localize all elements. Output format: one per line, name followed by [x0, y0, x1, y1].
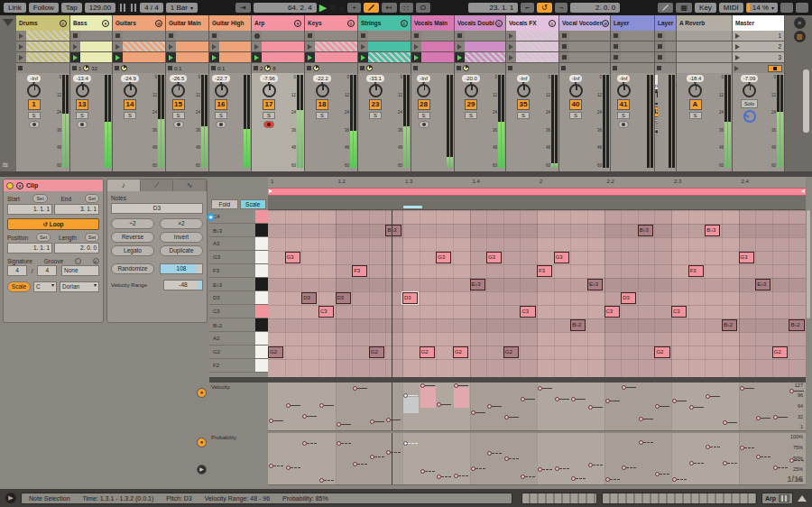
clip-launch-cell[interactable] — [411, 52, 421, 62]
session-scrollbar[interactable] — [803, 69, 809, 133]
set-length-button[interactable]: Set — [85, 233, 99, 242]
solo-button[interactable]: S — [569, 112, 582, 119]
key-row-B♭2[interactable]: B♭2 — [209, 318, 268, 332]
probability-marker[interactable] — [353, 462, 357, 466]
clip-slot[interactable] — [16, 31, 69, 41]
midi-note[interactable]: C3 — [671, 306, 687, 318]
midi-note[interactable]: G2 — [654, 346, 669, 358]
time-signature-field[interactable]: 4 / 4 — [140, 3, 163, 13]
tab-notes[interactable]: ♪ — [107, 180, 141, 191]
clip-launch-cell[interactable] — [16, 52, 26, 62]
scrub-area[interactable] — [268, 196, 806, 210]
probability-marker[interactable] — [504, 456, 509, 461]
track-activator-number[interactable]: 40 — [569, 99, 582, 110]
automation-reenable-button[interactable]: ⸬ — [400, 3, 413, 13]
beat-time-ruler[interactable]: 11.21.31.422.22.32.4 — [268, 177, 806, 188]
clip-slot[interactable] — [506, 41, 558, 52]
arm-button[interactable] — [29, 121, 40, 128]
solo-button[interactable]: S — [215, 112, 227, 119]
midi-note[interactable]: D3 — [402, 292, 418, 304]
clip-slot[interactable] — [411, 31, 454, 41]
clip-slot[interactable] — [559, 31, 610, 41]
expand-triangle-icon[interactable] — [3, 19, 14, 26]
velocity-marker[interactable] — [454, 383, 458, 388]
half-time-button[interactable]: ÷2 — [111, 218, 154, 229]
probability-marker[interactable] — [269, 464, 273, 468]
clip-launch-cell[interactable] — [559, 41, 569, 51]
clip-slot[interactable] — [611, 31, 654, 41]
clip-slot[interactable] — [166, 31, 208, 41]
scale-highlight-button[interactable]: Scale — [240, 199, 267, 209]
clip-slot[interactable] — [611, 41, 654, 52]
velocity-marker[interactable] — [773, 415, 778, 419]
midi-note[interactable]: E♭3 — [470, 279, 485, 290]
automation-arm-button[interactable]: O — [416, 3, 430, 13]
clip-slot[interactable] — [655, 31, 676, 41]
volume-value[interactable]: -Inf — [417, 75, 430, 82]
midi-note[interactable]: G3 — [436, 252, 451, 263]
track-header[interactable]: Vocals FX≡ — [506, 15, 558, 31]
probability-marker[interactable] — [706, 445, 710, 449]
clip-slot[interactable] — [70, 52, 112, 63]
clip-launch-cell[interactable] — [455, 52, 465, 62]
preview-volume-knob[interactable] — [743, 110, 756, 123]
velocity-marker[interactable] — [706, 394, 710, 399]
clip-slot[interactable] — [655, 41, 676, 52]
legato-button[interactable]: Legato — [111, 245, 154, 256]
key-row-A2[interactable]: A2 — [209, 332, 268, 346]
clip-slot[interactable] — [113, 31, 165, 41]
count-in-icon[interactable] — [129, 4, 137, 12]
duplicate-button[interactable]: Duplicate — [160, 245, 203, 256]
pan-knob[interactable] — [124, 84, 137, 97]
metronome-icon[interactable] — [118, 4, 126, 12]
solo-button[interactable]: S — [124, 112, 136, 119]
arm-button[interactable] — [173, 121, 184, 128]
pitch-display-field[interactable]: D3 — [111, 203, 203, 214]
volume-value[interactable]: -24.9 — [121, 75, 139, 82]
clip-launch-cell[interactable] — [506, 31, 516, 41]
piano-key[interactable] — [255, 332, 268, 345]
piano-roll-scrollbar[interactable] — [807, 210, 810, 318]
clip-slot[interactable] — [209, 52, 251, 63]
volume-value[interactable]: -26.5 — [170, 75, 188, 82]
piano-key[interactable] — [255, 305, 268, 318]
clip-launch-cell[interactable] — [166, 31, 176, 41]
stop-all-clips-button[interactable] — [768, 65, 782, 72]
probability-marker[interactable] — [454, 474, 458, 478]
show-detail-view-icon[interactable] — [798, 495, 807, 502]
draw-automation-icon[interactable] — [658, 3, 673, 13]
clip-launch-cell[interactable] — [358, 52, 368, 62]
clip-launch-cell[interactable] — [655, 31, 665, 41]
play-button[interactable]: ▶ — [319, 3, 327, 13]
clip-launch-cell[interactable] — [677, 41, 687, 51]
probability-marker[interactable] — [689, 461, 694, 466]
clip-slot[interactable] — [70, 41, 112, 52]
track-activator-number[interactable]: 16 — [215, 99, 227, 110]
track-header[interactable]: Guitars⊘ — [113, 15, 165, 31]
midi-note[interactable]: G2 — [772, 346, 788, 358]
volume-value[interactable]: -7.09 — [741, 75, 759, 82]
velocity-marker[interactable] — [286, 403, 291, 408]
pan-knob[interactable] — [569, 84, 583, 97]
midi-note[interactable]: B♭3 — [705, 225, 720, 236]
clip-launch-cell[interactable] — [209, 31, 219, 41]
velocity-marker[interactable] — [471, 410, 475, 415]
clip-launch-cell[interactable] — [305, 41, 315, 51]
track-header[interactable]: Arp▾ — [252, 15, 304, 31]
clip-overview-strip[interactable] — [521, 493, 597, 504]
loop-length-field[interactable]: 2. 0. 0 — [570, 3, 620, 13]
probability-lane-button[interactable]: ● — [197, 438, 207, 447]
arm-button[interactable] — [216, 121, 226, 128]
midi-map-button[interactable]: MIDI — [719, 3, 743, 13]
piano-key[interactable] — [255, 346, 268, 358]
track-activator-number[interactable]: 17 — [263, 99, 275, 110]
tap-tempo-button[interactable]: Tap — [61, 3, 82, 13]
velocity-marker[interactable] — [639, 417, 643, 421]
clip-slot[interactable] — [411, 52, 454, 63]
probability-marker[interactable] — [437, 475, 441, 479]
velocity-marker[interactable] — [269, 419, 273, 423]
arrangement-overview-strip[interactable] — [602, 493, 757, 504]
key-row-G3[interactable]: G3 — [209, 251, 268, 264]
clip-launch-cell[interactable] — [358, 31, 368, 41]
probability-marker[interactable] — [605, 477, 610, 482]
